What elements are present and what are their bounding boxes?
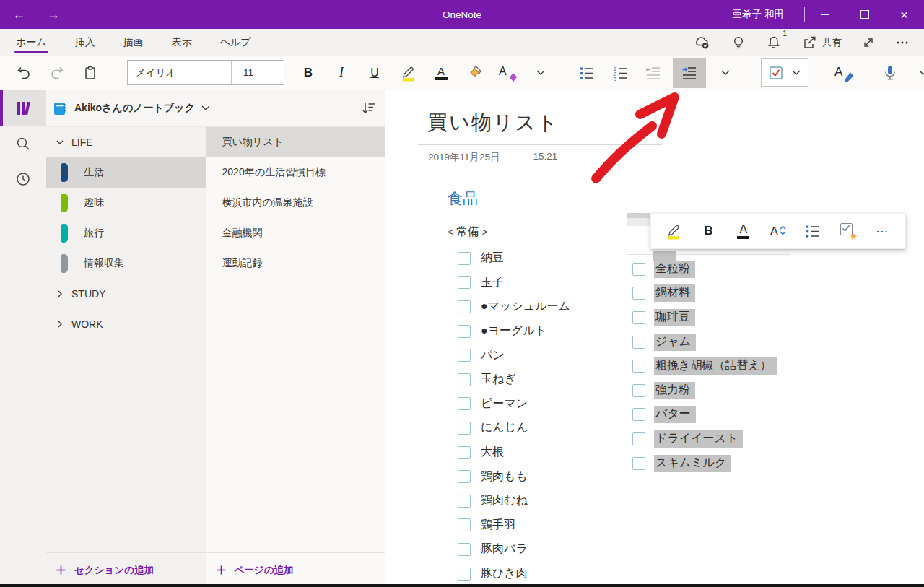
rail-notebooks-button[interactable]	[0, 90, 46, 126]
section-group[interactable]: STUDY	[46, 279, 206, 309]
todo-checkbox[interactable]	[458, 470, 471, 483]
section-group[interactable]: WORK	[46, 309, 206, 339]
todo-checkbox[interactable]	[458, 276, 471, 289]
page-title[interactable]: 買い物リスト	[427, 109, 559, 136]
redo-button[interactable]	[43, 58, 71, 87]
undo-button[interactable]	[10, 58, 38, 87]
rail-search-button[interactable]	[0, 126, 46, 161]
mini-tag-button[interactable]: ★	[836, 219, 860, 243]
sort-pages-button[interactable]	[360, 100, 376, 116]
minimize-button[interactable]	[805, 0, 845, 29]
numbered-list-button[interactable]: 123	[606, 58, 634, 87]
todo-tag-button[interactable]	[761, 58, 808, 87]
share-button[interactable]: 共有	[801, 35, 842, 51]
page-item[interactable]: 買い物リスト	[206, 127, 385, 157]
selection-block-handle[interactable]	[627, 213, 650, 226]
tab-help[interactable]: ヘルプ	[219, 29, 253, 56]
todo-checkbox[interactable]	[458, 495, 471, 508]
format-painter-button[interactable]	[461, 58, 488, 87]
todo-checkbox[interactable]	[632, 384, 645, 397]
chevron-down-icon[interactable]	[201, 105, 210, 111]
forward-arrow-icon[interactable]: →	[47, 7, 60, 22]
todo-checkbox[interactable]	[632, 287, 645, 300]
page-editor[interactable]: 買い物リスト 2019年11月25日 15:21 食品 ＜常備＞ 納豆玉子●マッ…	[385, 90, 924, 587]
outdent-button[interactable]	[640, 58, 667, 87]
user-account[interactable]: 亜希子 和田	[712, 8, 804, 21]
section-item[interactable]: 情報収集	[46, 248, 206, 279]
todo-checkbox[interactable]	[458, 568, 471, 581]
ideas-lightbulb-icon[interactable]	[731, 35, 746, 51]
notifications-bell-icon[interactable]: 1	[766, 35, 782, 51]
highlight-button[interactable]	[394, 58, 422, 87]
italic-button[interactable]: I	[328, 58, 355, 87]
todo-checkbox[interactable]	[458, 300, 471, 313]
sync-cloud-icon[interactable]	[693, 35, 711, 51]
todo-checkbox[interactable]	[632, 408, 645, 421]
font-options-chevron[interactable]	[527, 58, 554, 87]
page-item[interactable]: 横浜市内の温泉施設	[206, 188, 385, 218]
close-button[interactable]: ×	[884, 0, 924, 29]
tab-home[interactable]: ホーム	[14, 29, 48, 56]
more-options-icon[interactable]	[895, 35, 910, 50]
todo-checkbox[interactable]	[632, 432, 645, 445]
paste-button[interactable]	[77, 58, 104, 87]
page-item[interactable]: 金融機関	[206, 218, 385, 248]
section-item[interactable]: 生活	[46, 157, 206, 188]
navigation-panes: Akikoさんのノートブック LIFE生活趣味旅行情報収集STUDYWORK セ…	[46, 90, 385, 587]
dictate-button[interactable]	[876, 58, 904, 87]
tab-view[interactable]: 表示	[170, 29, 193, 56]
font-name-select[interactable]: メイリオ	[128, 61, 231, 84]
fullscreen-icon[interactable]	[861, 35, 876, 50]
tab-draw[interactable]: 描画	[122, 29, 145, 56]
font-color-button[interactable]: A	[427, 58, 455, 87]
mini-more-button[interactable]: …	[871, 219, 895, 243]
todo-checkbox[interactable]	[632, 360, 645, 373]
todo-checkbox[interactable]	[632, 457, 645, 470]
maximize-button[interactable]	[845, 0, 884, 29]
add-page-button[interactable]: ページの追加	[206, 552, 385, 587]
list-options-chevron[interactable]	[712, 58, 739, 87]
mini-bold-button[interactable]: B	[697, 219, 721, 243]
clear-formatting-icon: A	[499, 65, 516, 81]
page-item[interactable]: 2020年の生活習慣目標	[206, 157, 385, 188]
todo-checkbox[interactable]	[458, 543, 471, 556]
sub-heading[interactable]: ＜常備＞	[445, 225, 491, 240]
section-item[interactable]: 旅行	[46, 218, 206, 248]
svg-text:3: 3	[614, 75, 617, 82]
dictate-options-chevron[interactable]	[910, 58, 924, 87]
todo-checkbox[interactable]	[458, 373, 471, 386]
tab-insert[interactable]: 挿入	[74, 29, 97, 56]
mini-font-color-button[interactable]: A	[731, 219, 756, 243]
todo-checkbox[interactable]	[458, 446, 471, 459]
todo-checkbox[interactable]	[458, 422, 471, 435]
ink-editor-button[interactable]: A	[830, 58, 858, 87]
section-heading[interactable]: 食品	[448, 188, 478, 209]
todo-checkbox[interactable]	[632, 263, 645, 276]
todo-checkbox[interactable]	[458, 349, 471, 362]
todo-item: 大根	[458, 440, 570, 465]
bold-button[interactable]: B	[295, 58, 322, 87]
section-item[interactable]: 趣味	[46, 188, 206, 218]
todo-checkbox[interactable]	[458, 252, 471, 265]
clear-formatting-button[interactable]: A	[494, 58, 521, 87]
font-size-select[interactable]: 11	[231, 61, 284, 84]
todo-checkbox[interactable]	[458, 325, 471, 338]
checklist-right: 全粒粉鍋材料珈琲豆ジャム粗挽き胡椒（詰替え）強力粉バタードライイーストスキムミル…	[627, 257, 790, 475]
rail-recent-button[interactable]	[0, 161, 46, 196]
todo-checkbox[interactable]	[458, 518, 471, 531]
bullet-list-button[interactable]	[573, 58, 601, 87]
indent-button[interactable]	[673, 58, 706, 88]
todo-checkbox[interactable]	[458, 397, 471, 410]
mini-bullet-list-button[interactable]	[801, 219, 825, 243]
page-item[interactable]: 運動記録	[206, 248, 385, 279]
todo-checkbox[interactable]	[632, 336, 645, 349]
notebook-header[interactable]: Akikoさんのノートブック	[46, 90, 385, 127]
mini-highlight-button[interactable]	[661, 219, 686, 243]
section-group[interactable]: LIFE	[46, 127, 206, 157]
back-arrow-icon[interactable]: ←	[12, 7, 25, 22]
todo-label: スキムミルク	[654, 455, 731, 472]
add-section-button[interactable]: セクションの追加	[46, 552, 206, 587]
todo-checkbox[interactable]	[632, 311, 645, 324]
mini-font-size-button[interactable]: A	[766, 219, 790, 243]
underline-button[interactable]: U	[361, 58, 388, 87]
